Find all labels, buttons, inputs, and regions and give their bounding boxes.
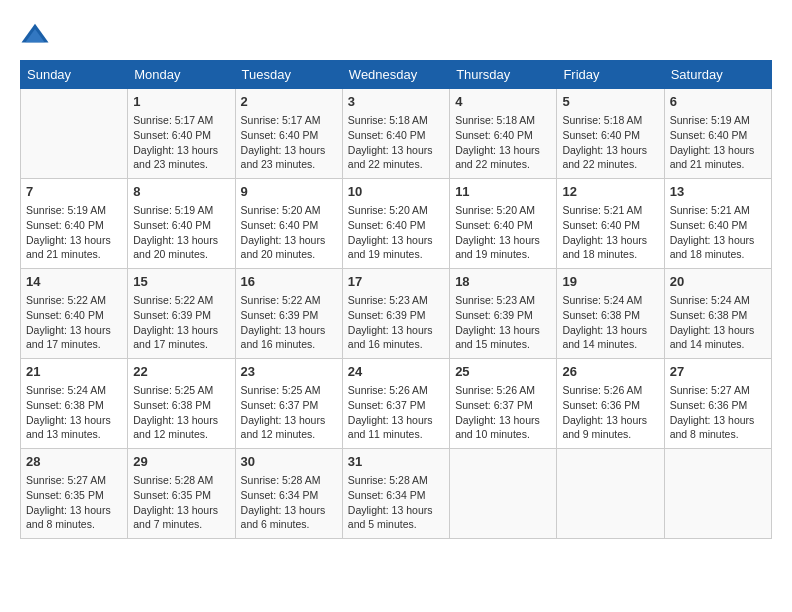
day-info: Sunrise: 5:24 AM Sunset: 6:38 PM Dayligh… xyxy=(562,294,647,350)
calendar-cell xyxy=(557,449,664,539)
day-number: 5 xyxy=(562,93,658,111)
calendar-cell: 15Sunrise: 5:22 AM Sunset: 6:39 PM Dayli… xyxy=(128,269,235,359)
calendar-cell: 19Sunrise: 5:24 AM Sunset: 6:38 PM Dayli… xyxy=(557,269,664,359)
day-number: 13 xyxy=(670,183,766,201)
day-info: Sunrise: 5:28 AM Sunset: 6:35 PM Dayligh… xyxy=(133,474,218,530)
day-info: Sunrise: 5:20 AM Sunset: 6:40 PM Dayligh… xyxy=(241,204,326,260)
day-number: 22 xyxy=(133,363,229,381)
day-number: 15 xyxy=(133,273,229,291)
calendar-cell: 9Sunrise: 5:20 AM Sunset: 6:40 PM Daylig… xyxy=(235,179,342,269)
calendar-cell: 21Sunrise: 5:24 AM Sunset: 6:38 PM Dayli… xyxy=(21,359,128,449)
calendar-cell: 12Sunrise: 5:21 AM Sunset: 6:40 PM Dayli… xyxy=(557,179,664,269)
day-info: Sunrise: 5:18 AM Sunset: 6:40 PM Dayligh… xyxy=(455,114,540,170)
day-info: Sunrise: 5:18 AM Sunset: 6:40 PM Dayligh… xyxy=(348,114,433,170)
day-info: Sunrise: 5:28 AM Sunset: 6:34 PM Dayligh… xyxy=(241,474,326,530)
day-number: 14 xyxy=(26,273,122,291)
calendar-cell: 28Sunrise: 5:27 AM Sunset: 6:35 PM Dayli… xyxy=(21,449,128,539)
column-header-tuesday: Tuesday xyxy=(235,61,342,89)
day-info: Sunrise: 5:28 AM Sunset: 6:34 PM Dayligh… xyxy=(348,474,433,530)
day-info: Sunrise: 5:22 AM Sunset: 6:39 PM Dayligh… xyxy=(241,294,326,350)
day-number: 18 xyxy=(455,273,551,291)
column-header-monday: Monday xyxy=(128,61,235,89)
day-info: Sunrise: 5:17 AM Sunset: 6:40 PM Dayligh… xyxy=(241,114,326,170)
day-info: Sunrise: 5:19 AM Sunset: 6:40 PM Dayligh… xyxy=(133,204,218,260)
logo xyxy=(20,20,54,50)
day-info: Sunrise: 5:18 AM Sunset: 6:40 PM Dayligh… xyxy=(562,114,647,170)
day-number: 4 xyxy=(455,93,551,111)
day-info: Sunrise: 5:17 AM Sunset: 6:40 PM Dayligh… xyxy=(133,114,218,170)
calendar-cell: 8Sunrise: 5:19 AM Sunset: 6:40 PM Daylig… xyxy=(128,179,235,269)
calendar-cell: 3Sunrise: 5:18 AM Sunset: 6:40 PM Daylig… xyxy=(342,89,449,179)
day-number: 11 xyxy=(455,183,551,201)
calendar-header-row: SundayMondayTuesdayWednesdayThursdayFrid… xyxy=(21,61,772,89)
calendar-cell: 2Sunrise: 5:17 AM Sunset: 6:40 PM Daylig… xyxy=(235,89,342,179)
column-header-sunday: Sunday xyxy=(21,61,128,89)
day-number: 9 xyxy=(241,183,337,201)
calendar-cell xyxy=(450,449,557,539)
calendar-cell: 18Sunrise: 5:23 AM Sunset: 6:39 PM Dayli… xyxy=(450,269,557,359)
day-number: 31 xyxy=(348,453,444,471)
calendar-cell: 5Sunrise: 5:18 AM Sunset: 6:40 PM Daylig… xyxy=(557,89,664,179)
day-number: 16 xyxy=(241,273,337,291)
calendar-cell: 14Sunrise: 5:22 AM Sunset: 6:40 PM Dayli… xyxy=(21,269,128,359)
calendar-cell: 27Sunrise: 5:27 AM Sunset: 6:36 PM Dayli… xyxy=(664,359,771,449)
calendar-cell: 29Sunrise: 5:28 AM Sunset: 6:35 PM Dayli… xyxy=(128,449,235,539)
day-number: 23 xyxy=(241,363,337,381)
calendar-week-row: 21Sunrise: 5:24 AM Sunset: 6:38 PM Dayli… xyxy=(21,359,772,449)
calendar-cell xyxy=(21,89,128,179)
day-info: Sunrise: 5:26 AM Sunset: 6:36 PM Dayligh… xyxy=(562,384,647,440)
day-number: 28 xyxy=(26,453,122,471)
day-number: 27 xyxy=(670,363,766,381)
day-info: Sunrise: 5:24 AM Sunset: 6:38 PM Dayligh… xyxy=(26,384,111,440)
day-number: 12 xyxy=(562,183,658,201)
day-number: 17 xyxy=(348,273,444,291)
day-number: 1 xyxy=(133,93,229,111)
day-info: Sunrise: 5:21 AM Sunset: 6:40 PM Dayligh… xyxy=(562,204,647,260)
calendar-cell: 25Sunrise: 5:26 AM Sunset: 6:37 PM Dayli… xyxy=(450,359,557,449)
day-number: 20 xyxy=(670,273,766,291)
day-info: Sunrise: 5:22 AM Sunset: 6:40 PM Dayligh… xyxy=(26,294,111,350)
calendar-cell: 20Sunrise: 5:24 AM Sunset: 6:38 PM Dayli… xyxy=(664,269,771,359)
column-header-thursday: Thursday xyxy=(450,61,557,89)
calendar-cell: 13Sunrise: 5:21 AM Sunset: 6:40 PM Dayli… xyxy=(664,179,771,269)
calendar-cell: 11Sunrise: 5:20 AM Sunset: 6:40 PM Dayli… xyxy=(450,179,557,269)
calendar-cell: 1Sunrise: 5:17 AM Sunset: 6:40 PM Daylig… xyxy=(128,89,235,179)
calendar-cell xyxy=(664,449,771,539)
page-header xyxy=(20,20,772,50)
calendar-cell: 4Sunrise: 5:18 AM Sunset: 6:40 PM Daylig… xyxy=(450,89,557,179)
day-info: Sunrise: 5:24 AM Sunset: 6:38 PM Dayligh… xyxy=(670,294,755,350)
day-info: Sunrise: 5:27 AM Sunset: 6:36 PM Dayligh… xyxy=(670,384,755,440)
calendar-cell: 31Sunrise: 5:28 AM Sunset: 6:34 PM Dayli… xyxy=(342,449,449,539)
day-info: Sunrise: 5:20 AM Sunset: 6:40 PM Dayligh… xyxy=(455,204,540,260)
calendar-cell: 22Sunrise: 5:25 AM Sunset: 6:38 PM Dayli… xyxy=(128,359,235,449)
day-number: 25 xyxy=(455,363,551,381)
calendar-cell: 24Sunrise: 5:26 AM Sunset: 6:37 PM Dayli… xyxy=(342,359,449,449)
day-info: Sunrise: 5:20 AM Sunset: 6:40 PM Dayligh… xyxy=(348,204,433,260)
calendar-cell: 6Sunrise: 5:19 AM Sunset: 6:40 PM Daylig… xyxy=(664,89,771,179)
calendar-week-row: 28Sunrise: 5:27 AM Sunset: 6:35 PM Dayli… xyxy=(21,449,772,539)
day-info: Sunrise: 5:21 AM Sunset: 6:40 PM Dayligh… xyxy=(670,204,755,260)
day-info: Sunrise: 5:25 AM Sunset: 6:38 PM Dayligh… xyxy=(133,384,218,440)
day-number: 7 xyxy=(26,183,122,201)
column-header-saturday: Saturday xyxy=(664,61,771,89)
calendar-table: SundayMondayTuesdayWednesdayThursdayFrid… xyxy=(20,60,772,539)
day-info: Sunrise: 5:25 AM Sunset: 6:37 PM Dayligh… xyxy=(241,384,326,440)
day-number: 3 xyxy=(348,93,444,111)
day-number: 2 xyxy=(241,93,337,111)
day-info: Sunrise: 5:23 AM Sunset: 6:39 PM Dayligh… xyxy=(348,294,433,350)
calendar-cell: 16Sunrise: 5:22 AM Sunset: 6:39 PM Dayli… xyxy=(235,269,342,359)
day-number: 19 xyxy=(562,273,658,291)
logo-icon xyxy=(20,20,50,50)
column-header-wednesday: Wednesday xyxy=(342,61,449,89)
day-number: 24 xyxy=(348,363,444,381)
day-info: Sunrise: 5:27 AM Sunset: 6:35 PM Dayligh… xyxy=(26,474,111,530)
calendar-cell: 23Sunrise: 5:25 AM Sunset: 6:37 PM Dayli… xyxy=(235,359,342,449)
day-number: 10 xyxy=(348,183,444,201)
calendar-cell: 17Sunrise: 5:23 AM Sunset: 6:39 PM Dayli… xyxy=(342,269,449,359)
calendar-cell: 7Sunrise: 5:19 AM Sunset: 6:40 PM Daylig… xyxy=(21,179,128,269)
day-info: Sunrise: 5:19 AM Sunset: 6:40 PM Dayligh… xyxy=(670,114,755,170)
day-info: Sunrise: 5:26 AM Sunset: 6:37 PM Dayligh… xyxy=(348,384,433,440)
day-number: 8 xyxy=(133,183,229,201)
day-number: 29 xyxy=(133,453,229,471)
calendar-week-row: 1Sunrise: 5:17 AM Sunset: 6:40 PM Daylig… xyxy=(21,89,772,179)
